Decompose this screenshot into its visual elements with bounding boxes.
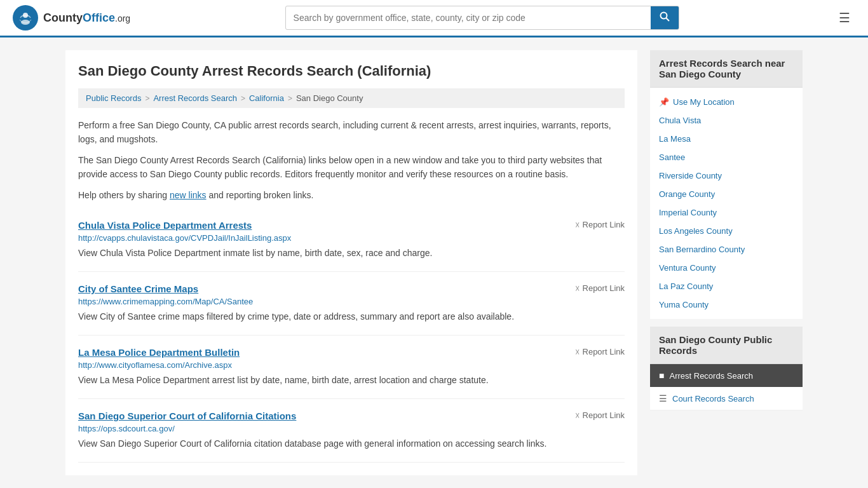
result-header-2: La Mesa Police Department Bulletin ☓ Rep… [78,347,625,358]
result-item: San Diego Superior Court of California C… [78,399,625,463]
logo-area: CountyOffice.org [13,5,130,30]
breadcrumb-arrest-records[interactable]: Arrest Records Search [153,93,237,103]
nearby-link-10[interactable]: Yuma County [659,300,709,309]
arrest-records-label: Arrest Records Search [669,371,753,381]
result-header-0: Chula Vista Police Department Arrests ☓ … [78,220,625,231]
sidebar-public-records-header: San Diego County Public Records [650,327,803,364]
report-link-label-0: Report Link [583,220,625,229]
nearby-link-0[interactable]: Chula Vista [659,116,701,125]
result-item: La Mesa Police Department Bulletin ☓ Rep… [78,336,625,399]
breadcrumb-sep-1: > [145,94,149,103]
pin-icon: 📌 [659,97,669,107]
site-header: CountyOffice.org ☰ [0,0,868,37]
use-my-location-link[interactable]: Use My Location [673,97,735,107]
result-title-0[interactable]: Chula Vista Police Department Arrests [78,220,252,231]
sidebar-nearby-items: Chula VistaLa MesaSanteeRiverside County… [650,111,803,314]
svg-line-4 [666,18,669,22]
logo-icon [13,5,38,30]
result-item: City of Santee Crime Maps ☓ Report Link … [78,272,625,336]
sidebar-nearby-item-5[interactable]: Imperial County [650,203,803,222]
new-links-link[interactable]: new links [170,190,207,200]
intro-para-3: Help others by sharing new links and rep… [78,188,625,202]
nearby-link-6[interactable]: Los Angeles County [659,226,733,236]
report-link-button-3[interactable]: ☓ Report Link [575,410,625,421]
sidebar-inactive-court-records[interactable]: ☰ Court Records Search [650,387,803,410]
result-header-1: City of Santee Crime Maps ☓ Report Link [78,283,625,294]
menu-button[interactable]: ☰ [834,8,855,28]
result-title-2[interactable]: La Mesa Police Department Bulletin [78,347,240,358]
breadcrumb-public-records[interactable]: Public Records [86,93,141,103]
main-container: San Diego County Arrest Records Search (… [53,37,815,488]
sidebar-nearby-item-3[interactable]: Riverside County [650,166,803,185]
breadcrumb-current: San Diego County [296,93,363,103]
nearby-link-3[interactable]: Riverside County [659,171,722,180]
report-link-label-3: Report Link [583,410,625,420]
sidebar-nearby-item-8[interactable]: Ventura County [650,259,803,277]
result-title-1[interactable]: City of Santee Crime Maps [78,283,198,294]
sidebar-nearby-header: Arrest Records Search near San Diego Cou… [650,50,803,88]
report-link-label-2: Report Link [583,347,625,356]
result-item: Chula Vista Police Department Arrests ☓ … [78,208,625,272]
sidebar-use-location[interactable]: 📌 Use My Location [650,93,803,111]
arrest-records-icon: ■ [659,370,664,381]
report-link-button-1[interactable]: ☓ Report Link [575,283,625,294]
page-title: San Diego County Arrest Records Search (… [78,63,625,79]
nearby-link-7[interactable]: San Bernardino County [659,245,745,254]
breadcrumb-sep-3: > [288,94,292,103]
content-area: San Diego County Arrest Records Search (… [65,50,637,475]
result-desc-3: View San Diego Superior Court of Califor… [78,437,625,451]
report-link-button-2[interactable]: ☓ Report Link [575,347,625,357]
breadcrumb-california[interactable]: California [249,93,284,103]
sidebar-nearby-item-9[interactable]: La Paz County [650,277,803,295]
result-url-3[interactable]: https://ops.sdcourt.ca.gov/ [78,424,625,433]
sidebar-nearby-item-0[interactable]: Chula Vista [650,111,803,130]
search-input[interactable] [286,8,651,28]
report-icon-3: ☓ [575,410,580,421]
sidebar-nearby-item-7[interactable]: San Bernardino County [650,240,803,259]
sidebar-nearby-item-6[interactable]: Los Angeles County [650,222,803,240]
sidebar-nearby-item-4[interactable]: Orange County [650,185,803,203]
result-title-3[interactable]: San Diego Superior Court of California C… [78,410,296,421]
intro-para-2: The San Diego County Arrest Records Sear… [78,153,625,182]
svg-point-3 [660,13,667,19]
result-desc-1: View City of Santee crime maps filtered … [78,310,625,323]
search-button[interactable] [651,6,679,29]
nearby-link-8[interactable]: Ventura County [659,263,716,273]
result-url-0[interactable]: http://cvapps.chulavistaca.gov/CVPDJail/… [78,233,625,243]
sidebar: Arrest Records Search near San Diego Cou… [650,50,803,475]
sidebar-nearby-item-10[interactable]: Yuma County [650,295,803,314]
report-icon-0: ☓ [575,220,580,230]
nearby-link-5[interactable]: Imperial County [659,208,717,217]
nearby-link-9[interactable]: La Paz County [659,281,713,291]
result-desc-2: View La Mesa Police Department arrest li… [78,374,625,387]
report-link-button-0[interactable]: ☓ Report Link [575,220,625,230]
court-records-icon: ☰ [659,393,667,403]
nearby-link-2[interactable]: Santee [659,152,685,162]
sidebar-nearby-item-2[interactable]: Santee [650,148,803,166]
logo-text: CountyOffice.org [43,11,130,25]
result-desc-0: View Chula Vista Police Department inmat… [78,247,625,260]
result-url-2[interactable]: http://www.cityoflamesa.com/Archive.aspx [78,360,625,370]
court-records-label: Court Records Search [672,394,754,403]
breadcrumb: Public Records > Arrest Records Search >… [78,88,625,108]
results-container: Chula Vista Police Department Arrests ☓ … [78,208,625,463]
result-header-3: San Diego Superior Court of California C… [78,410,625,421]
sidebar-active-arrest-records[interactable]: ■ Arrest Records Search [650,364,803,387]
report-icon-2: ☓ [575,347,580,357]
nearby-link-4[interactable]: Orange County [659,189,715,199]
breadcrumb-sep-2: > [241,94,245,103]
result-url-1[interactable]: https://www.crimemapping.com/Map/CA/Sant… [78,297,625,306]
sidebar-nearby-content: 📌 Use My Location Chula VistaLa MesaSant… [650,88,803,319]
search-bar [285,6,679,30]
intro-para-1: Perform a free San Diego County, CA publ… [78,118,625,147]
sidebar-nearby-section: Arrest Records Search near San Diego Cou… [650,50,803,319]
nearby-link-1[interactable]: La Mesa [659,134,691,144]
report-link-label-1: Report Link [583,283,625,293]
sidebar-public-records-section: San Diego County Public Records ■ Arrest… [650,327,803,410]
report-icon-1: ☓ [575,283,580,294]
sidebar-nearby-item-1[interactable]: La Mesa [650,130,803,148]
